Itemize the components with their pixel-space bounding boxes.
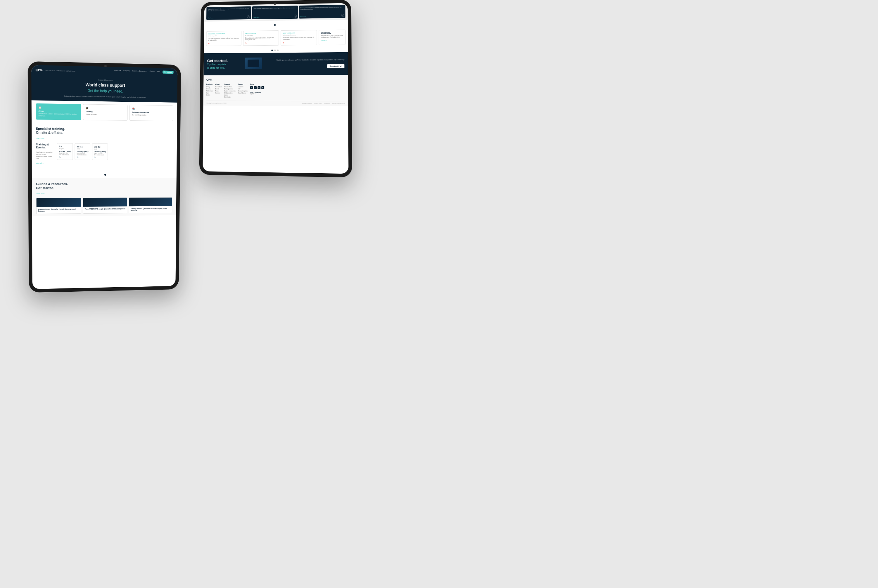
- footer-col-about: About Our Culture Events News Careers: [215, 83, 222, 98]
- blog-card-release-author: by Dominique Chassergu: [283, 34, 315, 36]
- footer-terms-link[interactable]: Terms & Conditions: [302, 103, 312, 104]
- footer-disclaimer-link[interactable]: Disclaimer: [324, 103, 330, 104]
- article-card-1-text: Readers look using the Qimera processing…: [208, 8, 250, 12]
- article-card-2-readmore[interactable]: Read more: [254, 16, 259, 18]
- support-card-training-desc: On-site & off-site.: [86, 113, 125, 116]
- article-card-3-icon: ⊙: [341, 14, 344, 17]
- webinars-desc: Need training or want to visit at one of…: [321, 35, 344, 39]
- get-started-cta-text: Want to give our software a spin? See wh…: [276, 59, 344, 62]
- support-card-jiraas[interactable]: 📋 Jiraas Already have a ticket? Get in c…: [36, 104, 81, 120]
- hero-section: Support & Downloads World class support …: [31, 74, 177, 103]
- support-card-training-title: Training: [86, 111, 125, 113]
- footer-website-credit: Website by Studio Heam: [332, 103, 345, 104]
- support-card-jiraas-desc: Already have a ticket? Get in contact wi…: [39, 113, 79, 117]
- get-started-cta: Want to give our software a spin? See wh…: [276, 59, 344, 69]
- guides-icon: 📚: [132, 108, 170, 111]
- guide-card-3-image: [129, 198, 172, 206]
- support-card-guides[interactable]: 📚 Guides & Resources Our knowledge centr…: [129, 105, 173, 121]
- guides-title: Guides & resources.Get started.: [36, 182, 173, 190]
- footer-col-contact: Contact Locations FAQ General inquiries …: [238, 83, 248, 99]
- events-view-all-link[interactable]: View all →: [36, 162, 44, 164]
- left-tablet-camera: [104, 65, 107, 67]
- get-started-title: Get started.: [207, 58, 242, 63]
- webinars-view-all-link[interactable]: View all →: [321, 39, 344, 41]
- facebook-icon[interactable]: f: [250, 86, 253, 89]
- support-card-training[interactable]: 🎓 Training On-site & off-site.: [83, 104, 128, 121]
- footer-logo: QPS.: [206, 78, 345, 81]
- right-tablet-screen: Readers look using the Qimera processing…: [203, 3, 348, 174]
- blog-card-sensor-category: Sensor relay connection: [208, 33, 239, 34]
- youtube-icon[interactable]: ▶: [261, 86, 264, 89]
- support-card-guides-title: Guides & Resources: [132, 111, 170, 114]
- events-description: Need training, or want to visit one of o…: [36, 152, 54, 160]
- support-cards: 📋 Jiraas Already have a ticket? Get in c…: [32, 100, 177, 124]
- hero-description: Get world class support from our team of…: [64, 95, 146, 99]
- blog-card-sensor-desc: Discover all the latest features and bug…: [208, 38, 239, 41]
- pagination-dot: [104, 174, 106, 176]
- dot-nav-3[interactable]: [277, 50, 279, 51]
- training-section-title: Specialist training.On-site & off-site.: [36, 127, 173, 136]
- footer-copyright: © Quality Positioning Services B.V 2018: [206, 102, 227, 104]
- training-icon: 🎓: [86, 107, 125, 110]
- left-nav-logo: QPS. Maritime software solutions: [36, 67, 75, 73]
- footer-columns: Products Qimsy Qimera Fledermaus Qpro Qa…: [206, 83, 345, 99]
- footer-col-products: Products Qimsy Qimera Fledermaus Qpro Qa…: [206, 83, 213, 98]
- left-nav-links: Products ▾ Company Support & Downloads ▾…: [114, 69, 174, 74]
- twitter-icon[interactable]: t: [254, 86, 257, 89]
- footer-privacy-link[interactable]: Privacy Policy: [314, 103, 321, 104]
- blog-card-data-author: by John Medeo: [245, 34, 277, 36]
- social-icons: f t in ▶: [250, 86, 264, 89]
- events-grid: 3-4 August Training Qimsy Delft, QPS HQ …: [57, 143, 108, 160]
- pagination-row: [32, 170, 177, 178]
- guide-card-3: Tideway chooses Qimera for the rock dump…: [129, 197, 173, 213]
- footer-col-support: Support Service Portal Training events G…: [224, 83, 236, 99]
- training-section: Specialist training.On-site & off-site. …: [32, 123, 177, 144]
- blog-card-data: Data Acquisition by John Medeo Qimsy dat…: [243, 30, 279, 46]
- get-started-section: Get started. Try the completeQ-suite for…: [204, 52, 348, 75]
- article-card-3-readmore[interactable]: Read more: [300, 16, 306, 17]
- hero-subtitle: Get the help you need.: [36, 88, 173, 94]
- training-learn-more-link[interactable]: Learn more: [36, 137, 44, 139]
- blog-card-release-tag: 🔖: [283, 42, 315, 43]
- download-trial-button[interactable]: Download trial: [327, 64, 344, 68]
- get-started-subtitle: Try the completeQ-suite for free.: [207, 63, 242, 70]
- footer-col-social: Social f t in ▶ Select language English …: [250, 83, 264, 99]
- guide-card-2-title: Team ARGONAUTS adopts Qimera for XPRIZE …: [85, 208, 125, 210]
- left-tablet: QPS. Maritime software solutions Product…: [28, 62, 181, 293]
- article-card-1: Readers look using the Qimera processing…: [206, 6, 251, 20]
- dot-nav-2[interactable]: [274, 50, 276, 51]
- guides-learn-more-link[interactable]: Learn more: [36, 193, 45, 194]
- laptop-base: [245, 69, 265, 70]
- jiraas-icon: 📋: [39, 106, 79, 109]
- training-events-section: Training &Events. Need training, or want…: [32, 143, 177, 170]
- linkedin-icon[interactable]: in: [258, 86, 260, 89]
- support-card-jiraas-title: Jiraas: [39, 110, 79, 112]
- try-free-button[interactable]: Try for free: [162, 70, 174, 74]
- dot-nav-1[interactable]: [271, 50, 273, 51]
- article-card-1-readmore[interactable]: Read more: [208, 17, 213, 19]
- blog-card-release-category: Qimsy 8.18 Release: [283, 32, 315, 34]
- event-card-1: 3-4 August Training Qimsy Delft, QPS HQ …: [57, 143, 73, 160]
- support-card-guides-desc: Our knowledge centre.: [132, 114, 170, 117]
- event-card-2: 10-11 June Training Qimsy Delft, QPS HQ …: [75, 143, 90, 160]
- guide-card-1: Tideway chooses Qimera for the rock dump…: [36, 198, 81, 214]
- blog-card-sensor: Sensor relay connection by Dominique Cha…: [206, 31, 242, 46]
- guide-card-3-title: Tideway chooses Qimera for the rock dump…: [131, 207, 171, 212]
- blog-card-release-desc: Discover all latest features and bug fix…: [283, 37, 315, 41]
- article-card-3: Tideway looks using from Qimera processi…: [299, 5, 345, 19]
- laptop-visual: [245, 57, 273, 70]
- blog-section: Sensor relay connection by Dominique Cha…: [204, 27, 348, 48]
- webinars-aside: Webinars. Need training or want to visit…: [319, 30, 346, 45]
- blog-card-release: Qimsy 8.18 Release by Dominique Chasserg…: [281, 30, 317, 46]
- left-tablet-screen: QPS. Maritime software solutions Product…: [31, 65, 177, 289]
- guides-section: Guides & resources.Get started. Learn mo…: [32, 178, 177, 216]
- blog-card-sensor-author: by Dominique Chassergu: [208, 35, 239, 36]
- blog-card-data-desc: Qimsy data acquisition better embed. Mag…: [245, 37, 277, 41]
- webinars-title: Webinars.: [321, 32, 344, 34]
- blog-grid: Sensor relay connection by Dominique Cha…: [206, 30, 317, 46]
- events-header: Training &Events.: [36, 143, 54, 149]
- guide-card-2: Team ARGONAUTS adopts Qimera for XPRIZE …: [83, 197, 127, 213]
- guide-card-2-image: [83, 198, 127, 207]
- blog-card-sensor-tag: 🔖: [208, 42, 239, 44]
- select-language-value[interactable]: English ▾: [250, 93, 264, 95]
